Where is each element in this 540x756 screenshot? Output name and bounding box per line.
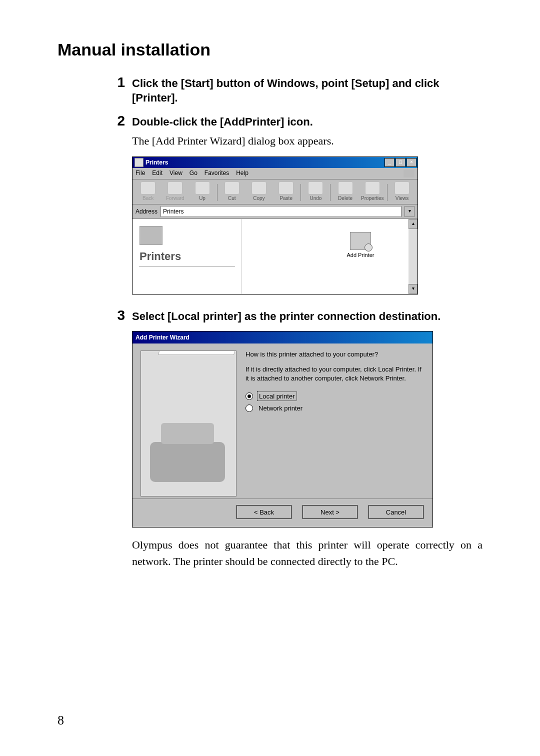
- cut-icon: [224, 182, 240, 194]
- wizard-button-row: < Back Next > Cancel: [132, 498, 432, 527]
- back-icon: [140, 182, 156, 194]
- minimize-button[interactable]: _: [384, 158, 394, 167]
- scroll-down-arrow[interactable]: ▾: [408, 284, 418, 294]
- toolbar-back[interactable]: Back: [136, 182, 160, 201]
- wizard-explanation: If it is directly attached to your compu…: [246, 365, 424, 382]
- printers-sidebar: Printers: [132, 219, 242, 294]
- toolbar-views[interactable]: Views: [390, 182, 414, 201]
- up-icon: [195, 182, 210, 194]
- step-number: 3: [105, 308, 132, 324]
- step-1: 1 Click the [Start] button of Windows, p…: [58, 74, 482, 105]
- forward-icon: [168, 182, 182, 194]
- step-3: 3 Select [Local printer] as the printer …: [58, 308, 482, 570]
- copy-icon: [252, 182, 266, 194]
- address-bar: Address ▾: [132, 204, 418, 219]
- properties-icon: [365, 182, 380, 194]
- toolbar-paste[interactable]: Paste: [274, 182, 298, 201]
- menu-file[interactable]: File: [136, 170, 145, 178]
- scroll-track[interactable]: [408, 229, 418, 284]
- steps-list: 1 Click the [Start] button of Windows, p…: [58, 74, 482, 570]
- ie-logo-icon: [404, 170, 414, 178]
- step-title: Select [Local printer] as the printer co…: [132, 310, 482, 324]
- printers-content-pane: Add Printer: [242, 219, 408, 294]
- wizard-title: Add Printer Wizard: [136, 334, 432, 341]
- radio-network-label: Network printer: [257, 404, 304, 412]
- address-dropdown[interactable]: ▾: [404, 206, 414, 217]
- close-button[interactable]: ×: [406, 158, 416, 167]
- printers-window-title: Printers: [146, 159, 384, 166]
- delete-icon: [338, 182, 353, 194]
- menu-favorites[interactable]: Favorites: [204, 170, 229, 178]
- menu-help[interactable]: Help: [236, 170, 248, 178]
- back-button[interactable]: < Back: [236, 505, 292, 519]
- toolbar-properties[interactable]: Properties: [360, 182, 385, 201]
- page-title: Manual installation: [58, 40, 482, 60]
- address-label: Address: [136, 208, 158, 215]
- maximize-button[interactable]: □: [396, 158, 406, 167]
- page-number: 8: [58, 713, 64, 728]
- cancel-button[interactable]: Cancel: [368, 505, 424, 519]
- scroll-up-arrow[interactable]: ▴: [408, 219, 418, 229]
- toolbar-undo[interactable]: Undo: [303, 182, 328, 201]
- menu-go[interactable]: Go: [190, 170, 198, 178]
- step-note: Olympus does not guarantee that this pri…: [132, 536, 482, 570]
- scrollbar[interactable]: ▴ ▾: [408, 219, 418, 294]
- radio-network-printer[interactable]: Network printer: [246, 404, 424, 412]
- wizard-titlebar: Add Printer Wizard: [132, 332, 432, 344]
- radio-local-printer[interactable]: Local printer: [246, 392, 424, 401]
- views-icon: [394, 182, 410, 194]
- paste-icon: [278, 182, 294, 194]
- toolbar-copy[interactable]: Copy: [246, 182, 272, 201]
- printers-toolbar: Back Forward Up Cut Copy Paste Undo Dele…: [132, 180, 418, 204]
- toolbar-cut[interactable]: Cut: [220, 182, 244, 201]
- step-number: 1: [105, 74, 132, 90]
- printers-sidebar-title: Printers: [140, 250, 234, 267]
- printers-titlebar: Printers _ □ ×: [132, 157, 418, 168]
- next-button[interactable]: Next >: [302, 505, 358, 519]
- printers-window-screenshot: Printers _ □ × File Edit View Go: [132, 156, 482, 294]
- toolbar-forward[interactable]: Forward: [162, 182, 188, 201]
- printers-menu-bar: File Edit View Go Favorites Help: [132, 168, 418, 180]
- printers-folder-icon: [140, 226, 162, 245]
- step-2: 2 Double-click the [AddPrinter] icon. Th…: [58, 113, 482, 299]
- wizard-illustration: [140, 350, 236, 496]
- toolbar-up[interactable]: Up: [190, 182, 214, 201]
- address-input[interactable]: [160, 206, 402, 217]
- menu-view[interactable]: View: [170, 170, 182, 178]
- step-title: Double-click the [AddPrinter] icon.: [132, 115, 482, 130]
- undo-icon: [308, 182, 323, 194]
- radio-icon: [246, 392, 253, 400]
- printers-title-icon: [134, 158, 144, 167]
- step-description: The [Add Printer Wizard] dialog box appe…: [132, 134, 482, 149]
- menu-edit[interactable]: Edit: [152, 170, 162, 178]
- toolbar-delete[interactable]: Delete: [332, 182, 358, 201]
- add-printer-wizard-dialog: Add Printer Wizard How is this printer a…: [132, 331, 433, 528]
- step-title: Click the [Start] button of Windows, poi…: [132, 76, 482, 105]
- add-printer-item[interactable]: Add Printer: [342, 232, 379, 258]
- radio-icon: [246, 404, 253, 412]
- radio-local-label: Local printer: [257, 392, 297, 401]
- add-printer-label: Add Printer: [342, 252, 379, 258]
- step-number: 2: [105, 113, 132, 129]
- add-printer-icon: [350, 232, 371, 250]
- wizard-question: How is this printer attached to your com…: [246, 350, 424, 358]
